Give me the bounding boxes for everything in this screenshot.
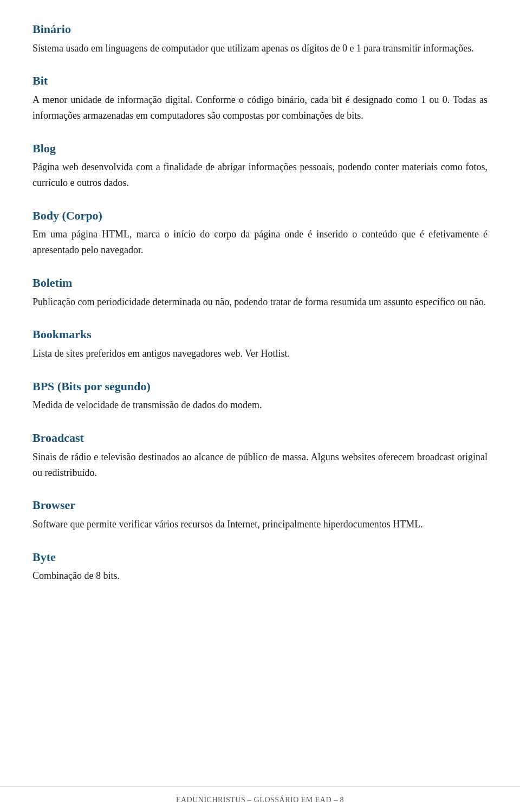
entry-boletim: Boletim Publicação com periodicidade det… xyxy=(32,275,487,310)
definition-bookmarks: Lista de sites preferidos em antigos nav… xyxy=(32,346,487,362)
definition-boletim: Publicação com periodicidade determinada… xyxy=(32,294,487,310)
term-body: Body (Corpo) xyxy=(32,208,487,224)
term-boletim: Boletim xyxy=(32,275,487,291)
term-bit: Bit xyxy=(32,73,487,89)
entry-blog: Blog Página web desenvolvida com a final… xyxy=(32,141,487,191)
definition-broadcast: Sinais de rádio e televisão destinados a… xyxy=(32,449,487,481)
page-footer: EADUNICHRISTUS – GLOSSÁRIO EM EAD – 8 xyxy=(0,787,520,812)
definition-body: Em uma página HTML, marca o início do co… xyxy=(32,227,487,258)
term-binario: Binário xyxy=(32,22,487,37)
definition-byte: Combinação de 8 bits. xyxy=(32,568,487,584)
term-byte: Byte xyxy=(32,550,487,565)
definition-bps: Medida de velocidade de transmissão de d… xyxy=(32,397,487,413)
term-browser: Browser xyxy=(32,498,487,513)
entry-bit: Bit A menor unidade de informação digita… xyxy=(32,73,487,123)
term-bps: BPS (Bits por segundo) xyxy=(32,379,487,395)
entry-byte: Byte Combinação de 8 bits. xyxy=(32,550,487,584)
definition-binario: Sistema usado em linguagens de computado… xyxy=(32,41,487,56)
entry-browser: Browser Software que permite verificar v… xyxy=(32,498,487,532)
footer-text: EADUNICHRISTUS – GLOSSÁRIO EM EAD – 8 xyxy=(176,796,344,804)
page-content: Binário Sistema usado em linguagens de c… xyxy=(0,0,520,645)
entry-bps: BPS (Bits por segundo) Medida de velocid… xyxy=(32,379,487,413)
entry-bookmarks: Bookmarks Lista de sites preferidos em a… xyxy=(32,327,487,361)
term-bookmarks: Bookmarks xyxy=(32,327,487,343)
entry-binario: Binário Sistema usado em linguagens de c… xyxy=(32,22,487,56)
term-broadcast: Broadcast xyxy=(32,430,487,446)
definition-browser: Software que permite verificar vários re… xyxy=(32,517,487,532)
term-blog: Blog xyxy=(32,141,487,157)
entry-broadcast: Broadcast Sinais de rádio e televisão de… xyxy=(32,430,487,480)
definition-blog: Página web desenvolvida com a finalidade… xyxy=(32,159,487,191)
definition-bit: A menor unidade de informação digital. C… xyxy=(32,92,487,124)
entry-body: Body (Corpo) Em uma página HTML, marca o… xyxy=(32,208,487,258)
